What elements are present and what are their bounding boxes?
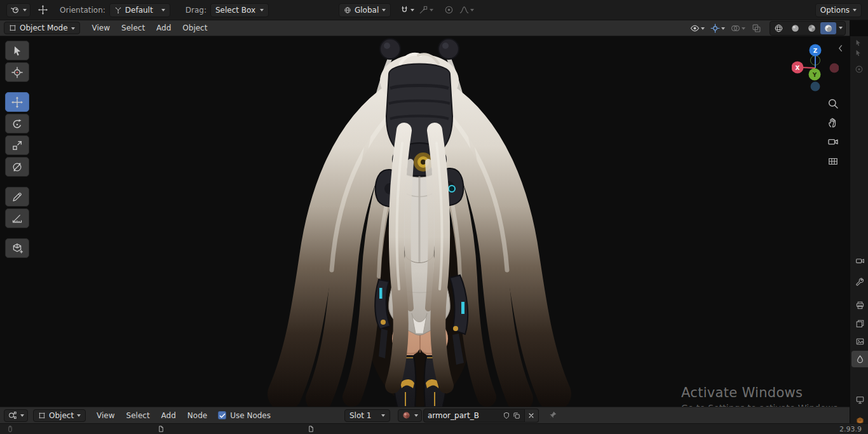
fake-user-shield-icon[interactable] bbox=[503, 412, 510, 419]
monitor-icon bbox=[855, 395, 865, 405]
tool-annotate[interactable] bbox=[5, 187, 29, 207]
sidebar-collapse-icon[interactable] bbox=[836, 44, 845, 53]
wrench-icon bbox=[855, 278, 865, 287]
select-box-icon bbox=[11, 45, 23, 57]
tool-select-box[interactable] bbox=[5, 41, 29, 60]
ortho-grid-icon[interactable] bbox=[827, 156, 839, 167]
orientation-dropdown[interactable]: Default bbox=[109, 3, 170, 17]
properties-tab-render[interactable] bbox=[851, 252, 868, 269]
strip-mini-icon-2 bbox=[855, 49, 864, 58]
mode-value: Object Mode bbox=[20, 24, 68, 32]
tool-transform[interactable] bbox=[5, 157, 29, 177]
shading-solid-button[interactable] bbox=[787, 22, 803, 34]
node-menu-add[interactable]: Add bbox=[156, 409, 182, 422]
snap-toggle[interactable] bbox=[397, 3, 416, 17]
properties-tab-view-layer[interactable] bbox=[851, 315, 868, 332]
shading-wireframe-button[interactable] bbox=[771, 22, 787, 34]
tool-scale[interactable] bbox=[5, 135, 29, 155]
topbar: Orientation: Default Drag: Select Box Gl… bbox=[0, 0, 868, 20]
blender-app-menu[interactable] bbox=[6, 3, 31, 17]
zoom-icon[interactable] bbox=[827, 98, 839, 109]
material-browse-dropdown[interactable] bbox=[398, 409, 422, 422]
viewport-header: Object Mode View Select Add Object bbox=[0, 20, 850, 36]
visibility-dropdown[interactable] bbox=[687, 21, 707, 35]
shading-mode-group bbox=[770, 21, 846, 36]
xray-toggle[interactable] bbox=[748, 21, 764, 35]
properties-tab-output[interactable] bbox=[851, 297, 868, 313]
node-menu-view[interactable]: View bbox=[91, 409, 120, 422]
solid-sphere-icon bbox=[790, 24, 800, 33]
annotate-pen-icon bbox=[11, 191, 23, 203]
blender-window: Orientation: Default Drag: Select Box Gl… bbox=[0, 0, 868, 434]
cursor-icon bbox=[11, 67, 23, 78]
character-model[interactable] bbox=[254, 36, 585, 407]
properties-tab-material[interactable] bbox=[851, 351, 868, 367]
chevron-down-icon bbox=[742, 27, 745, 30]
mode-dropdown[interactable]: Object Mode bbox=[4, 22, 80, 34]
use-nodes-checkbox[interactable] bbox=[218, 411, 226, 419]
proportional-falloff-dropdown[interactable] bbox=[457, 3, 476, 17]
object-mode-icon bbox=[9, 24, 17, 32]
gizmo-z-label[interactable]: Z bbox=[813, 48, 818, 54]
drag-dropdown[interactable]: Select Box bbox=[210, 3, 269, 17]
properties-tab-data[interactable] bbox=[851, 391, 868, 408]
unlink-material-button[interactable] bbox=[525, 409, 539, 423]
add-cube-icon bbox=[11, 243, 23, 254]
material-name-field[interactable]: armor_part_B bbox=[423, 409, 525, 423]
pin-icon[interactable] bbox=[548, 410, 557, 420]
mouse-indicator-icon bbox=[6, 425, 14, 433]
properties-tab-world[interactable] bbox=[851, 369, 868, 385]
node-menu-select[interactable]: Select bbox=[121, 409, 156, 422]
droplet-icon bbox=[855, 355, 865, 364]
navigation-gizmo[interactable]: Z X Y bbox=[792, 43, 839, 93]
duplicate-material-icon[interactable] bbox=[513, 412, 520, 419]
active-tool-icon-button[interactable] bbox=[34, 3, 51, 17]
pan-hand-icon[interactable] bbox=[827, 117, 839, 128]
use-nodes-label: Use Nodes bbox=[230, 411, 271, 420]
activate-windows-watermark: Activate Windows Go to Settings to activ… bbox=[681, 385, 841, 407]
globe-icon bbox=[344, 6, 351, 14]
menu-object[interactable]: Object bbox=[177, 22, 213, 34]
editor-corner-page-icon bbox=[158, 424, 165, 433]
render-camera-icon bbox=[855, 256, 865, 266]
options-dropdown[interactable]: Options bbox=[815, 3, 862, 17]
tool-rotate[interactable] bbox=[5, 114, 29, 133]
gizmo-x-label[interactable]: X bbox=[796, 65, 800, 71]
rendered-sphere-icon bbox=[824, 24, 833, 33]
snap-target-icon bbox=[419, 5, 428, 15]
camera-view-icon[interactable] bbox=[827, 136, 839, 147]
menu-add[interactable]: Add bbox=[151, 22, 177, 34]
shader-type-dropdown[interactable]: Object bbox=[33, 409, 86, 422]
shading-material-button[interactable] bbox=[804, 22, 820, 34]
magnet-icon bbox=[400, 5, 409, 15]
strip-mini-icon-1 bbox=[855, 39, 864, 48]
scale-icon bbox=[11, 140, 23, 151]
overlays-dropdown[interactable] bbox=[728, 21, 748, 35]
slot-dropdown[interactable]: Slot 1 bbox=[344, 409, 390, 422]
tool-move[interactable] bbox=[5, 92, 29, 112]
material-name-text: armor_part_B bbox=[428, 411, 500, 420]
chevron-down-icon bbox=[23, 9, 27, 11]
menu-select[interactable]: Select bbox=[116, 22, 151, 34]
gizmo-y-label[interactable]: Y bbox=[812, 72, 817, 78]
properties-tab-scene[interactable] bbox=[851, 333, 868, 349]
snap-settings-dropdown[interactable] bbox=[416, 3, 435, 17]
shading-rendered-button[interactable] bbox=[820, 22, 836, 34]
eye-icon bbox=[690, 24, 700, 33]
properties-tab-tool[interactable] bbox=[851, 274, 868, 290]
menu-view[interactable]: View bbox=[86, 22, 116, 34]
tool-cursor[interactable] bbox=[5, 62, 29, 82]
viewport-3d[interactable]: Z X Y Activate Windows Go to Settings to… bbox=[0, 36, 850, 407]
transform-orientation-dropdown[interactable]: Global bbox=[339, 3, 391, 17]
chevron-down-icon bbox=[381, 414, 385, 417]
proportional-editing-toggle[interactable] bbox=[440, 3, 457, 17]
chevron-down-icon bbox=[853, 9, 857, 11]
editor-type-dropdown[interactable] bbox=[4, 409, 28, 422]
move-icon bbox=[11, 97, 23, 108]
tool-measure[interactable] bbox=[5, 208, 29, 228]
chevron-down-icon bbox=[77, 414, 81, 417]
chevron-down-icon bbox=[20, 414, 24, 417]
gizmos-dropdown[interactable] bbox=[707, 21, 728, 35]
tool-add-cube[interactable] bbox=[5, 238, 29, 258]
node-menu-node[interactable]: Node bbox=[182, 409, 213, 422]
